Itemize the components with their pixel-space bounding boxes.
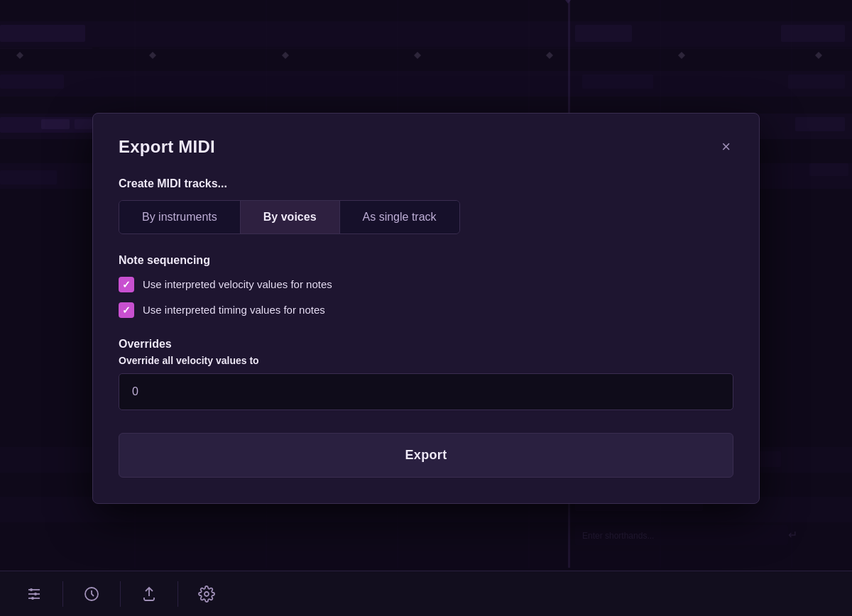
timing-checkbox[interactable]: ✓ (119, 302, 134, 318)
export-button[interactable]: Export (119, 433, 733, 478)
export-midi-dialog: Export MIDI × Create MIDI tracks... By i… (92, 113, 760, 504)
tab-as-single-track[interactable]: As single track (340, 201, 459, 233)
toolbar-divider-2 (120, 581, 121, 607)
tracks-section: Create MIDI tracks... By instruments By … (119, 177, 733, 234)
toolbar-divider-1 (62, 581, 63, 607)
overrides-title: Overrides (119, 338, 733, 351)
note-sequencing-section: Note sequencing ✓ Use interpreted veloci… (119, 254, 733, 318)
modal-overlay: Export MIDI × Create MIDI tracks... By i… (0, 0, 852, 616)
tab-by-voices[interactable]: By voices (241, 201, 340, 233)
velocity-checkbox-label: Use interpreted velocity values for note… (143, 278, 332, 290)
svg-point-49 (204, 592, 209, 596)
timing-checkmark: ✓ (122, 304, 131, 316)
note-sequencing-label: Note sequencing (119, 254, 733, 267)
upload-icon (141, 585, 158, 603)
tabs-row: By instruments By voices As single track (119, 200, 460, 234)
settings-icon (198, 585, 215, 603)
close-button[interactable]: × (719, 136, 733, 158)
tab-by-instruments[interactable]: By instruments (119, 201, 241, 233)
velocity-value-input[interactable] (119, 373, 733, 410)
history-icon (83, 585, 100, 603)
overrides-section: Overrides Override all velocity values t… (119, 338, 733, 410)
timing-checkbox-row[interactable]: ✓ Use interpreted timing values for note… (119, 302, 733, 318)
velocity-checkbox-row[interactable]: ✓ Use interpreted velocity values for no… (119, 277, 733, 292)
toolbar-divider-3 (178, 581, 178, 607)
mixer-icon (26, 585, 43, 603)
history-icon-button[interactable] (72, 578, 111, 610)
dialog-title: Export MIDI (119, 137, 215, 157)
overrides-sublabel: Override all velocity values to (119, 355, 733, 366)
bottom-toolbar (0, 571, 852, 616)
svg-point-46 (34, 593, 37, 595)
velocity-checkbox[interactable]: ✓ (119, 277, 134, 292)
mixer-icon-button[interactable] (14, 578, 54, 610)
svg-point-45 (30, 588, 33, 591)
velocity-checkmark: ✓ (122, 279, 131, 290)
svg-point-47 (31, 597, 34, 600)
dialog-header: Export MIDI × (119, 136, 733, 158)
export-icon-button[interactable] (129, 578, 169, 610)
settings-icon-button[interactable] (187, 578, 226, 610)
tracks-section-label: Create MIDI tracks... (119, 177, 733, 190)
timing-checkbox-label: Use interpreted timing values for notes (143, 304, 325, 316)
